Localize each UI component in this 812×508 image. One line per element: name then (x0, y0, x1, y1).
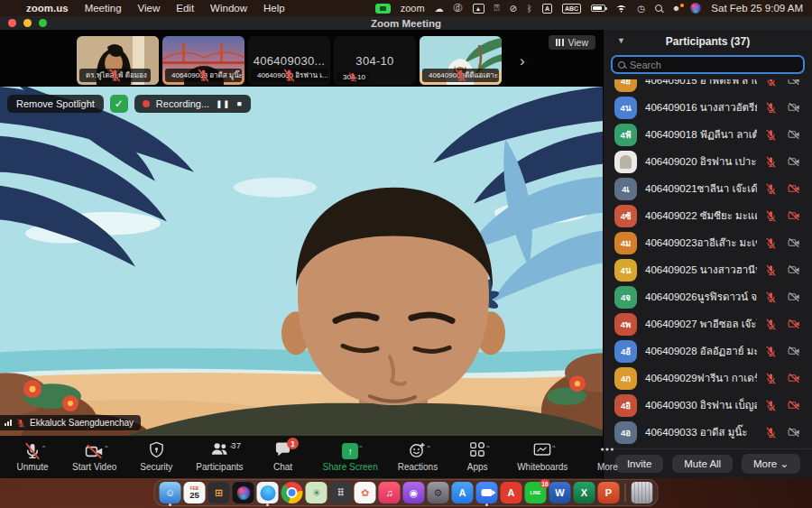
user-switch-icon[interactable]: ☻ (672, 4, 680, 13)
chevron-up-icon[interactable]: ⌃ (41, 445, 47, 453)
d-circle-icon[interactable]: ⓓ (454, 2, 463, 14)
camera-off-icon[interactable] (788, 182, 800, 195)
dock-app-store-icon[interactable]: A (452, 482, 474, 503)
camera-off-icon[interactable] (788, 128, 800, 141)
chat-button[interactable]: 1⌃Chat (260, 440, 307, 474)
dock-podcasts-icon[interactable]: ◉ (403, 482, 425, 503)
participant-row[interactable]: 4อิ406409030 อิรฟาน เบ็ญสุหลง (604, 392, 812, 419)
muted-mic-icon[interactable] (765, 210, 777, 222)
camera-off-icon[interactable] (788, 345, 800, 357)
camera-off-icon[interactable] (788, 209, 800, 222)
reactions-button[interactable]: ⌃Reactions (394, 440, 441, 474)
muted-mic-icon[interactable] (765, 79, 777, 87)
zoom-status-label[interactable]: zoom (401, 3, 425, 14)
spotlight-search-icon[interactable] (655, 5, 662, 12)
upload-box-icon[interactable]: ▲ (473, 4, 484, 14)
cloud-icon[interactable]: ☁ (435, 4, 444, 14)
menu-item-help[interactable]: Help (255, 3, 293, 14)
menu-item-view[interactable]: View (130, 3, 169, 14)
participant-row[interactable]: 4น406409016 นางสาวอัตรียะห์ มะซง (604, 94, 812, 121)
chevron-up-icon[interactable]: ⌃ (357, 445, 364, 453)
chevron-up-icon[interactable]: ⌃ (484, 445, 491, 453)
camera-off-icon[interactable] (788, 79, 800, 87)
participant-row[interactable]: 4น406409025 นางสาวฮานีฟะห์ โสฮะ (604, 256, 812, 283)
camera-active-indicator-icon[interactable] (375, 4, 391, 14)
dock-siri-icon[interactable] (233, 482, 254, 503)
chevron-up-icon[interactable]: ⌃ (228, 445, 235, 453)
spotlight-video[interactable]: Remove Spotlight ✓ Recording... ❚❚ ■ (0, 87, 603, 436)
chevron-up-icon[interactable]: ⌃ (291, 445, 297, 453)
muted-mic-icon[interactable] (765, 400, 777, 411)
input-source-abc-icon[interactable]: ABC (562, 4, 581, 14)
participant-row[interactable]: 4ซ้406409022 ซัมซียะ มะแดอะ (604, 202, 812, 229)
muted-mic-icon[interactable] (765, 237, 777, 249)
camera-off-icon[interactable] (788, 372, 800, 384)
camera-off-icon[interactable] (788, 155, 800, 168)
menu-item-edit[interactable]: Edit (168, 3, 202, 14)
dock-finder-icon[interactable]: ☺ (160, 482, 181, 503)
muted-mic-icon[interactable] (765, 373, 777, 384)
muted-mic-icon[interactable] (765, 291, 777, 303)
minimize-window-button[interactable] (23, 19, 32, 27)
menu-item-zoom-us[interactable]: zoom.us (18, 3, 77, 14)
participant-row[interactable]: 4จ406409026นูรฟิรดาวน์ จารง (604, 283, 812, 310)
search-input[interactable] (630, 60, 798, 70)
share-screen-button[interactable]: ↑⌃Share Screen (319, 440, 382, 474)
dock-acrobat-icon[interactable]: A (501, 482, 522, 503)
wifi-icon[interactable] (615, 4, 627, 13)
muted-mic-icon[interactable] (765, 427, 777, 439)
dock-launchpad-icon[interactable]: ⠿ (330, 482, 352, 503)
camera-off-icon[interactable] (788, 263, 800, 276)
security-button[interactable]: Security (133, 440, 180, 474)
camera-off-icon[interactable] (788, 426, 800, 439)
apps-button[interactable]: ⌃Apps (454, 440, 501, 474)
chevron-up-icon[interactable]: ⌃ (551, 445, 558, 453)
collapse-panel-chevron-icon[interactable]: ▼ (617, 36, 625, 45)
input-source-a-icon[interactable]: A (542, 4, 552, 14)
dock-trash-icon[interactable] (632, 482, 653, 503)
camera-off-icon[interactable] (788, 291, 800, 303)
camera-off-icon[interactable] (788, 318, 800, 330)
muted-mic-icon[interactable] (765, 264, 777, 276)
more-button[interactable]: More ⌄ (742, 454, 800, 474)
chevron-up-icon[interactable]: ⌃ (426, 445, 432, 453)
stop-recording-button[interactable]: ■ (236, 99, 242, 108)
dock-music-icon[interactable]: ♫ (379, 482, 401, 503)
siri-icon[interactable] (690, 3, 701, 14)
remove-spotlight-button[interactable]: Remove Spotlight (7, 95, 104, 113)
muted-mic-icon[interactable] (765, 346, 777, 357)
chevron-up-icon[interactable]: ⌃ (103, 445, 109, 453)
dock-powerpoint-icon[interactable]: P (598, 482, 620, 503)
participant-row[interactable]: 4อ406409033 อาดีส มูนิ๊ะ (604, 419, 812, 446)
help-circle-icon[interactable]: ⍰ (494, 3, 500, 14)
menu-item-window[interactable]: Window (202, 3, 255, 14)
window-titlebar[interactable]: Zoom Meeting (0, 16, 812, 30)
participant-row[interactable]: 406409020 อิรฟาน เปาะอีแต (604, 148, 812, 175)
participant-row[interactable]: 4ก406409029ฟารีนา กาเดร์ออดิง (604, 365, 812, 392)
menu-bar-clock[interactable]: Sat Feb 25 9:09 AM (711, 3, 803, 14)
menu-item-meeting[interactable]: Meeting (77, 3, 130, 14)
participants-button[interactable]: 37⌃Participants (192, 440, 246, 474)
dock-app-green-icon[interactable]: ✳ (306, 482, 328, 503)
clock-icon[interactable]: ◷ (637, 4, 645, 14)
muted-mic-icon[interactable] (765, 183, 777, 195)
muted-mic-icon[interactable] (765, 319, 777, 330)
dock-safari-icon[interactable] (257, 482, 279, 503)
bluetooth-icon[interactable]: ᛒ (527, 4, 532, 14)
start-video-button[interactable]: ⌃Start Video (69, 440, 120, 474)
dock-photos-icon[interactable]: ✿ (355, 482, 376, 503)
participant-row[interactable]: 4ย406409015 อาฟตะฟ สาแมง (604, 79, 812, 94)
close-window-button[interactable] (8, 19, 16, 27)
sound-muted-icon[interactable]: ⊘ (510, 4, 517, 14)
camera-off-icon[interactable] (788, 101, 800, 114)
dock-zoom-icon[interactable] (476, 482, 498, 503)
camera-off-icon[interactable] (788, 399, 800, 411)
encryption-shield-icon[interactable]: ✓ (110, 95, 128, 113)
unmute-button[interactable]: ⌃Unmute (9, 440, 56, 474)
participant-row[interactable]: 4เ406409021ซาลีนา เจ๊ะเด๊ะ (604, 175, 812, 202)
muted-mic-icon[interactable] (765, 156, 777, 168)
participant-row[interactable]: 4ฟ้406409018 ฟัฏลีนา ลาเต๊ะ (604, 121, 812, 148)
participants-list[interactable]: 4ย406409015 อาฟตะฟ สาแมง4น406409016 นางส… (604, 79, 812, 448)
camera-off-icon[interactable] (788, 236, 800, 249)
video-thumbnail-4[interactable]: 304-10304-10 (334, 36, 416, 85)
